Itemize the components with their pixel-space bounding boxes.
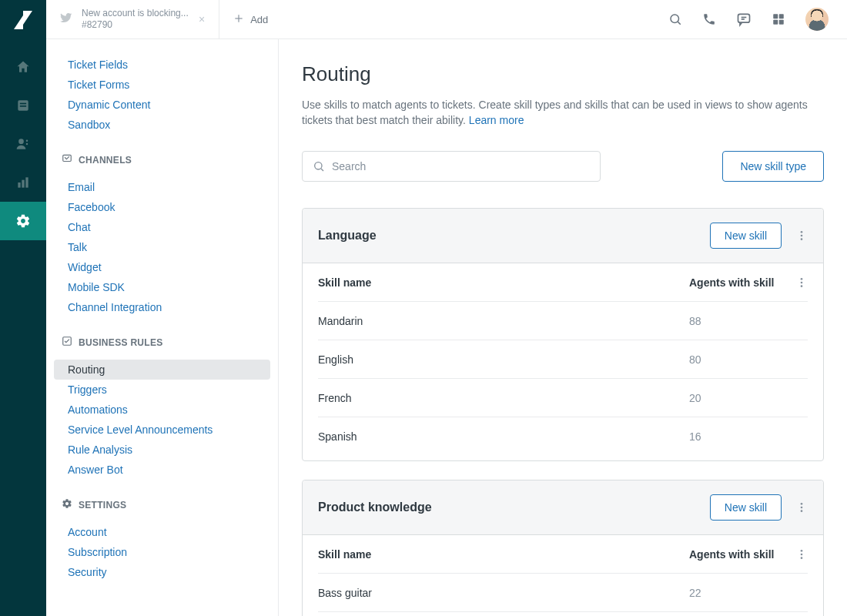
channels-icon — [62, 153, 72, 166]
rail-home[interactable] — [0, 48, 46, 86]
svg-point-16 — [26, 143, 28, 146]
sidebar-link[interactable]: Facebook — [46, 197, 278, 217]
svg-point-31 — [801, 507, 803, 509]
tab-subtitle: #82790 — [82, 19, 189, 31]
col-agents: Agents with skill — [689, 276, 789, 289]
sidebar-link[interactable]: Widget — [46, 257, 278, 277]
col-skill-name: Skill name — [318, 276, 689, 289]
rail-views[interactable] — [0, 86, 46, 125]
skill-type-card: LanguageNew skillSkill nameAgents with s… — [302, 208, 824, 461]
sidebar-group-label: CHANNELS — [79, 155, 132, 166]
skill-agent-count: 80 — [689, 353, 789, 366]
search-icon[interactable] — [668, 12, 682, 26]
kebab-icon[interactable] — [789, 548, 808, 561]
sidebar-link[interactable]: Security — [46, 562, 278, 582]
sidebar-link[interactable]: Chat — [46, 217, 278, 237]
page-description: Use skills to match agents to tickets. C… — [302, 97, 810, 128]
skill-agent-count: 22 — [689, 587, 789, 599]
new-skill-button[interactable]: New skill — [710, 494, 782, 521]
sidebar-link[interactable]: Mobile SDK — [46, 277, 278, 297]
table-row[interactable]: Spanish16 — [318, 417, 808, 456]
search-input[interactable] — [302, 151, 601, 182]
sidebar-link[interactable]: Rule Analysis — [46, 440, 278, 460]
svg-rect-10 — [779, 20, 784, 25]
svg-point-24 — [801, 231, 803, 233]
twitter-icon — [60, 12, 72, 27]
sidebar-link[interactable]: Ticket Forms — [46, 75, 278, 95]
svg-rect-19 — [25, 177, 28, 187]
open-tab[interactable]: New account is blocking... #82790 × — [46, 0, 219, 38]
page-title: Routing — [302, 62, 824, 86]
svg-rect-12 — [20, 103, 26, 105]
svg-rect-17 — [18, 182, 20, 188]
svg-rect-8 — [779, 14, 784, 18]
sidebar-group-title: SETTINGS — [46, 490, 278, 519]
table-row[interactable]: English80 — [318, 340, 808, 379]
svg-rect-4 — [738, 14, 750, 22]
sidebar-group-title: CHANNELS — [46, 146, 278, 174]
sidebar-link[interactable]: Talk — [46, 237, 278, 257]
svg-point-15 — [26, 140, 28, 142]
svg-rect-7 — [773, 14, 778, 18]
sidebar-link[interactable]: Service Level Announcements — [46, 420, 278, 440]
kebab-icon[interactable] — [789, 276, 808, 289]
add-tab-label: Add — [250, 14, 268, 25]
skill-type-title: Language — [318, 229, 377, 243]
rail-customers[interactable] — [0, 125, 46, 163]
skill-table: Skill nameAgents with skillMandarin88Eng… — [303, 263, 823, 460]
sidebar-link[interactable]: Routing — [54, 360, 270, 380]
sidebar-link[interactable]: Automations — [46, 400, 278, 420]
col-skill-name: Skill name — [318, 548, 689, 561]
sidebar-link[interactable]: Answer Bot — [46, 460, 278, 480]
table-row[interactable]: Electric guitar40 — [318, 612, 808, 616]
search-wrap — [302, 151, 601, 182]
sidebar-group-label: SETTINGS — [79, 500, 126, 511]
svg-point-33 — [801, 550, 803, 552]
table-row[interactable]: Mandarin88 — [318, 302, 808, 340]
kebab-icon[interactable] — [795, 501, 808, 514]
brand-logo[interactable] — [14, 11, 32, 29]
skill-card-header: LanguageNew skill — [303, 209, 823, 263]
new-skill-type-button[interactable]: New skill type — [722, 151, 824, 182]
settings-icon — [62, 498, 72, 511]
table-row[interactable]: French20 — [318, 379, 808, 417]
sidebar-link[interactable]: Subscription — [46, 542, 278, 562]
sidebar-link[interactable]: Account — [46, 522, 278, 542]
close-icon[interactable]: × — [199, 13, 205, 25]
sidebar-link[interactable]: Channel Integration — [46, 297, 278, 317]
sidebar-link[interactable]: Sandbox — [46, 115, 278, 135]
skill-name: French — [318, 392, 689, 404]
svg-line-3 — [678, 22, 680, 24]
sidebar-link[interactable]: Ticket Fields — [46, 55, 278, 75]
tab-text: New account is blocking... #82790 — [82, 8, 189, 31]
sidebar-link[interactable]: Email — [46, 177, 278, 197]
sidebar-link[interactable]: Dynamic Content — [46, 95, 278, 115]
rail-reporting[interactable] — [0, 163, 46, 202]
skill-type-card: Product knowledgeNew skillSkill nameAgen… — [302, 480, 824, 616]
svg-line-23 — [321, 169, 323, 171]
rail-admin[interactable] — [0, 202, 46, 240]
table-header-row: Skill nameAgents with skill — [318, 535, 808, 574]
col-agents: Agents with skill — [689, 548, 789, 561]
kebab-icon[interactable] — [795, 229, 808, 242]
new-skill-button[interactable]: New skill — [710, 223, 782, 249]
phone-icon[interactable] — [702, 12, 716, 26]
svg-point-32 — [801, 510, 803, 512]
learn-more-link[interactable]: Learn more — [469, 114, 524, 126]
avatar[interactable] — [805, 8, 829, 31]
main-content: Routing Use skills to match agents to ti… — [279, 39, 847, 616]
svg-point-30 — [801, 503, 803, 505]
controls-row: New skill type — [302, 151, 824, 182]
table-row[interactable]: Bass guitar22 — [318, 574, 808, 612]
admin-sidebar: Ticket FieldsTicket FormsDynamic Content… — [46, 39, 279, 616]
chat-icon[interactable] — [736, 12, 752, 27]
add-tab-button[interactable]: Add — [219, 0, 282, 38]
nav-rail — [0, 0, 46, 616]
apps-icon[interactable] — [772, 12, 785, 26]
svg-point-28 — [801, 281, 803, 283]
sidebar-link[interactable]: Triggers — [46, 380, 278, 400]
skill-type-title: Product knowledge — [318, 500, 432, 514]
svg-rect-9 — [773, 20, 778, 25]
skill-agent-count: 20 — [689, 392, 789, 404]
skill-name: Spanish — [318, 430, 689, 443]
